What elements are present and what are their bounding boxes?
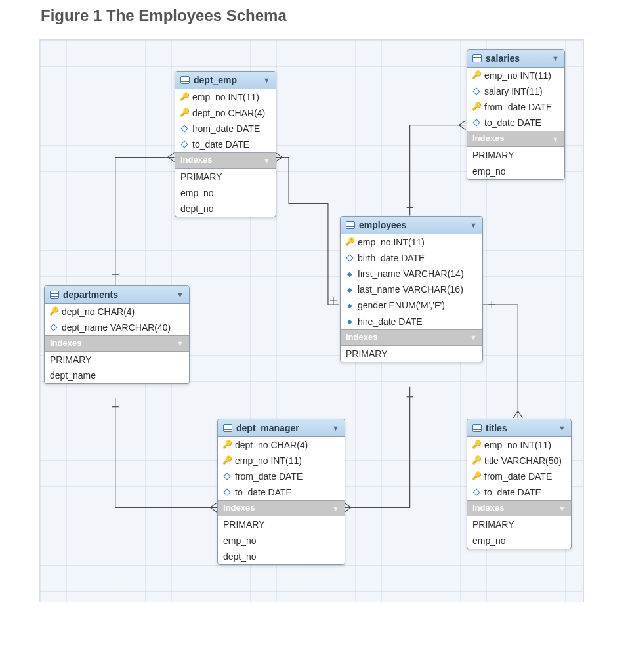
table-icon <box>472 424 482 432</box>
diamond-open-icon <box>223 490 231 495</box>
indexes-header[interactable]: Indexes▼ <box>175 152 276 169</box>
entity-employees[interactable]: employees ▼ 🔑emp_no INT(11) birth_date D… <box>340 216 483 362</box>
column-row: to_date DATE <box>467 115 564 131</box>
diamond-open-icon <box>472 89 480 94</box>
entity-header[interactable]: salaries ▼ <box>467 50 564 68</box>
entity-dept-emp[interactable]: dept_emp ▼ 🔑emp_no INT(11) 🔑dept_no CHAR… <box>175 71 276 217</box>
diamond-open-icon <box>180 142 188 147</box>
rel-employees-deptmanager <box>353 387 410 508</box>
column-list: 🔑emp_no INT(11) birth_date DATE ◆first_n… <box>341 234 482 329</box>
indexes-header[interactable]: Indexes▼ <box>467 131 564 147</box>
key-gold-icon: 🔑 <box>472 456 480 465</box>
column-row: 🔑from_date DATE <box>467 469 571 484</box>
entity-dept-manager[interactable]: dept_manager ▼ 🔑dept_no CHAR(4) 🔑emp_no … <box>217 419 345 565</box>
column-list: 🔑emp_no INT(11) 🔑dept_no CHAR(4) from_da… <box>175 89 276 152</box>
erd-canvas: dept_emp ▼ 🔑emp_no INT(11) 🔑dept_no CHAR… <box>39 39 584 602</box>
entity-header[interactable]: employees ▼ <box>341 217 482 234</box>
diamond-blue-icon: ◆ <box>346 286 354 294</box>
chevron-down-icon: ▼ <box>552 54 559 63</box>
erd-canvas-wrap: dept_emp ▼ 🔑emp_no INT(11) 🔑dept_no CHAR… <box>39 39 589 602</box>
chevron-down-icon: ▼ <box>263 76 270 85</box>
key-red-icon: 🔑 <box>180 93 188 102</box>
index-row: dept_name <box>45 368 189 383</box>
key-gold-icon: 🔑 <box>472 472 480 481</box>
diamond-open-icon <box>472 490 480 495</box>
indexes-header[interactable]: Indexes▼ <box>218 500 345 516</box>
column-row: to_date DATE <box>175 136 276 152</box>
column-list: 🔑emp_no INT(11) 🔑title VARCHAR(50) 🔑from… <box>467 437 571 500</box>
diamond-open-icon <box>180 126 188 131</box>
table-icon <box>472 54 482 62</box>
chevron-down-icon: ▼ <box>470 333 477 342</box>
diamond-blue-icon: ◆ <box>346 302 354 310</box>
key-red-icon: 🔑 <box>223 456 231 465</box>
figure-title: Figure 1 The Employees Schema <box>41 7 589 25</box>
column-row: ◆hire_date DATE <box>341 314 482 329</box>
key-red-icon: 🔑 <box>180 108 188 117</box>
entity-name: departments <box>63 289 118 300</box>
column-row: ◆gender ENUM('M','F') <box>341 297 482 313</box>
index-row: PRIMARY <box>467 516 571 532</box>
chevron-down-icon: ▼ <box>552 135 559 144</box>
entity-name: dept_manager <box>236 423 299 433</box>
entity-name: dept_emp <box>194 75 237 85</box>
rel-departments-deptemp <box>115 158 166 285</box>
table-icon <box>223 424 232 432</box>
rel-employees-deptemp <box>284 158 339 304</box>
diamond-open-icon <box>346 255 354 261</box>
rel-employees-titles <box>482 304 518 409</box>
column-row: from_date DATE <box>175 121 276 136</box>
column-row: 🔑dept_no CHAR(4) <box>175 105 276 121</box>
diamond-blue-icon: ◆ <box>346 270 354 278</box>
column-row: to_date DATE <box>218 484 345 500</box>
chevron-down-icon: ▼ <box>558 505 566 513</box>
indexes-header[interactable]: Indexes▼ <box>467 500 571 516</box>
column-list: 🔑emp_no INT(11) salary INT(11) 🔑from_dat… <box>467 68 564 131</box>
column-list: 🔑dept_no CHAR(4) dept_name VARCHAR(40) <box>45 304 189 335</box>
column-row: 🔑from_date DATE <box>467 99 564 115</box>
table-icon <box>50 291 59 299</box>
index-row: emp_no <box>467 533 571 549</box>
key-gold-icon: 🔑 <box>472 102 480 112</box>
chevron-down-icon: ▼ <box>470 221 477 230</box>
rel-employees-salaries <box>410 125 457 216</box>
entity-header[interactable]: dept_emp ▼ <box>175 72 276 89</box>
column-row: 🔑emp_no INT(11) <box>341 234 482 250</box>
indexes-header[interactable]: Indexes▼ <box>45 335 189 352</box>
entity-departments[interactable]: departments ▼ 🔑dept_no CHAR(4) dept_name… <box>44 285 190 384</box>
index-row: dept_no <box>175 201 276 217</box>
column-row: 🔑title VARCHAR(50) <box>467 453 571 469</box>
diamond-open-icon <box>223 474 231 479</box>
entity-name: employees <box>359 220 406 230</box>
index-row: emp_no <box>175 185 276 201</box>
key-gold-icon: 🔑 <box>50 307 58 316</box>
column-row: 🔑dept_no CHAR(4) <box>218 437 345 453</box>
diamond-open-icon <box>50 325 58 330</box>
table-icon <box>346 221 355 229</box>
key-gold-icon: 🔑 <box>346 238 354 247</box>
index-row: PRIMARY <box>467 147 564 163</box>
column-row: salary INT(11) <box>467 83 564 99</box>
column-row: ◆last_name VARCHAR(16) <box>341 282 482 297</box>
key-red-icon: 🔑 <box>223 440 231 450</box>
key-red-icon: 🔑 <box>472 440 480 450</box>
chevron-down-icon: ▼ <box>332 424 339 432</box>
entity-salaries[interactable]: salaries ▼ 🔑emp_no INT(11) salary INT(11… <box>467 49 565 180</box>
entity-header[interactable]: titles ▼ <box>467 419 571 437</box>
entity-name: salaries <box>486 53 520 64</box>
index-row: emp_no <box>467 163 564 179</box>
column-list: 🔑dept_no CHAR(4) 🔑emp_no INT(11) from_da… <box>218 437 345 500</box>
indexes-header[interactable]: Indexes▼ <box>341 329 482 346</box>
index-row: dept_no <box>218 549 345 564</box>
diamond-open-icon <box>472 120 480 125</box>
entity-header[interactable]: departments ▼ <box>45 286 189 304</box>
column-row: 🔑emp_no INT(11) <box>218 453 345 469</box>
index-row: PRIMARY <box>45 352 189 368</box>
entity-name: titles <box>486 423 507 433</box>
index-row: PRIMARY <box>341 346 482 362</box>
index-row: PRIMARY <box>218 516 345 532</box>
entity-header[interactable]: dept_manager ▼ <box>218 419 345 437</box>
entity-titles[interactable]: titles ▼ 🔑emp_no INT(11) 🔑title VARCHAR(… <box>467 419 572 549</box>
column-row: dept_name VARCHAR(40) <box>45 320 189 335</box>
chevron-down-icon: ▼ <box>332 505 339 513</box>
